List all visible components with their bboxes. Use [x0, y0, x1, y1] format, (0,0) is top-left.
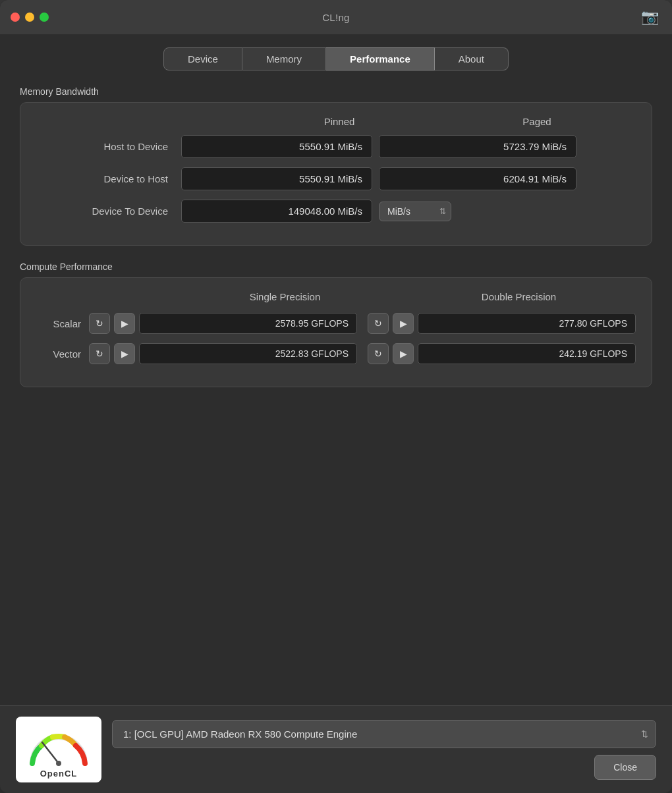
vector-single-refresh-button[interactable]: ↻ — [89, 343, 110, 364]
scalar-label: Scalar — [36, 318, 89, 329]
minimize-traffic-light[interactable] — [25, 13, 34, 22]
device-to-host-pinned: 5550.91 MiB/s — [181, 167, 372, 190]
vector-label: Vector — [36, 348, 89, 360]
memory-bandwidth-title: Memory Bandwidth — [20, 86, 652, 97]
compute-performance-title: Compute Performance — [20, 261, 652, 272]
main-content: Device Memory Performance About Memory B… — [0, 34, 672, 705]
footer: OpenCL 1: [OCL GPU] AMD Radeon RX 580 Co… — [0, 705, 672, 793]
device-to-device-pinned: 149048.00 MiB/s — [181, 200, 372, 223]
device-select[interactable]: 1: [OCL GPU] AMD Radeon RX 580 Compute E… — [112, 720, 656, 748]
device-to-device-row: Device To Device 149048.00 MiB/s MiB/s G… — [36, 200, 636, 223]
device-to-host-row: Device to Host 5550.91 MiB/s 6204.91 MiB… — [36, 167, 636, 190]
host-to-device-pinned: 5550.91 MiB/s — [181, 135, 372, 158]
scalar-single-refresh-button[interactable]: ↻ — [89, 313, 110, 334]
compute-headers: Single Precision Double Precision — [36, 291, 636, 302]
device-to-host-label: Device to Host — [36, 173, 181, 184]
screenshot-button[interactable]: 📷 — [641, 9, 659, 26]
titlebar: CL!ng 📷 — [0, 0, 672, 34]
tab-memory[interactable]: Memory — [242, 47, 326, 70]
vector-double-value: 242.19 GFLOPS — [418, 343, 636, 364]
double-precision-header: Double Precision — [402, 291, 636, 302]
memory-bandwidth-panel: Pinned Paged Host to Device 5550.91 MiB/… — [20, 102, 652, 246]
tab-about[interactable]: About — [435, 47, 509, 70]
scalar-double-play-button[interactable]: ▶ — [393, 313, 414, 334]
tab-device[interactable]: Device — [163, 47, 242, 70]
vector-double-refresh-button[interactable]: ↻ — [368, 343, 389, 364]
tab-performance[interactable]: Performance — [326, 47, 435, 70]
host-to-device-row: Host to Device 5550.91 MiB/s 5723.79 MiB… — [36, 135, 636, 158]
tab-bar: Device Memory Performance About — [20, 47, 652, 70]
col-pinned-header: Pinned — [240, 116, 438, 127]
vector-single-play-button[interactable]: ▶ — [114, 343, 135, 364]
maximize-traffic-light[interactable] — [40, 13, 49, 22]
host-to-device-label: Host to Device — [36, 141, 181, 152]
footer-right: 1: [OCL GPU] AMD Radeon RX 580 Compute E… — [112, 720, 656, 780]
compute-label-spacer — [36, 291, 168, 302]
scalar-single-controls: ↻ ▶ 2578.95 GFLOPS — [89, 313, 357, 334]
bandwidth-table: Pinned Paged Host to Device 5550.91 MiB/… — [36, 116, 636, 223]
scalar-double-controls: ↻ ▶ 277.80 GFLOPS — [368, 313, 636, 334]
scalar-double-value: 277.80 GFLOPS — [418, 313, 636, 334]
unit-select[interactable]: MiB/s GB/s MB/s — [379, 202, 451, 221]
opencl-label: OpenCL — [40, 769, 78, 779]
opencl-logo: OpenCL — [16, 717, 101, 782]
device-to-device-label: Device To Device — [36, 205, 181, 217]
scalar-single-play-button[interactable]: ▶ — [114, 313, 135, 334]
unit-select-wrapper: MiB/s GB/s MB/s — [379, 202, 451, 221]
single-precision-header: Single Precision — [168, 291, 402, 302]
device-select-wrapper: 1: [OCL GPU] AMD Radeon RX 580 Compute E… — [112, 720, 656, 748]
vector-double-controls: ↻ ▶ 242.19 GFLOPS — [368, 343, 636, 364]
close-button[interactable]: Close — [594, 755, 656, 780]
vector-row: Vector ↻ ▶ 2522.83 GFLOPS ↻ ▶ 242.19 GFL… — [36, 343, 636, 364]
host-to-device-paged: 5723.79 MiB/s — [379, 135, 576, 158]
vector-single-controls: ↻ ▶ 2522.83 GFLOPS — [89, 343, 357, 364]
vector-double-play-button[interactable]: ▶ — [393, 343, 414, 364]
close-button-row: Close — [112, 755, 656, 780]
close-traffic-light[interactable] — [11, 13, 20, 22]
col-paged-header: Paged — [438, 116, 636, 127]
device-to-host-paged: 6204.91 MiB/s — [379, 167, 576, 190]
traffic-lights — [11, 13, 49, 22]
scalar-single-value: 2578.95 GFLOPS — [139, 313, 357, 334]
scalar-double-refresh-button[interactable]: ↻ — [368, 313, 389, 334]
gauge-svg — [22, 723, 95, 769]
scalar-row: Scalar ↻ ▶ 2578.95 GFLOPS ↻ ▶ 277.80 GFL… — [36, 313, 636, 334]
compute-performance-panel: Single Precision Double Precision Scalar… — [20, 277, 652, 387]
svg-point-1 — [56, 761, 61, 766]
vector-single-value: 2522.83 GFLOPS — [139, 343, 357, 364]
main-window: CL!ng 📷 Device Memory Performance About … — [0, 0, 672, 793]
svg-line-0 — [42, 742, 59, 763]
window-title: CL!ng — [322, 12, 350, 23]
bandwidth-headers: Pinned Paged — [36, 116, 636, 127]
